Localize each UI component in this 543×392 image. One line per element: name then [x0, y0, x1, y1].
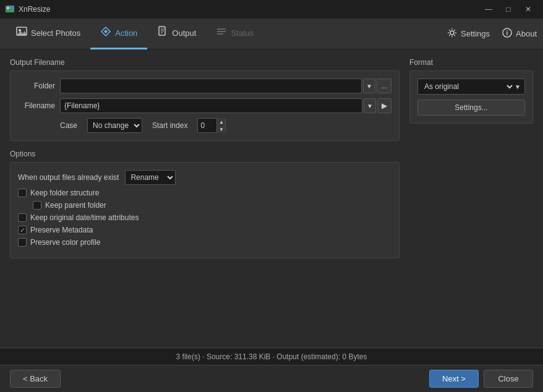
right-panel: Format As original JPEG PNG BMP TIFF WEB… — [409, 58, 533, 339]
about-nav-item[interactable]: i About — [502, 28, 537, 40]
preserve-metadata-checkbox[interactable] — [18, 226, 27, 234]
preserve-metadata-row: Preserve Metadata — [18, 226, 391, 234]
titlebar: XnResize — □ ✕ — [0, 0, 543, 19]
main-content: Output Filename Folder ▼ ... Filename — [0, 49, 543, 347]
select-photos-icon — [16, 26, 27, 40]
svg-point-13 — [450, 31, 454, 35]
keep-parent-folder-label: Keep parent folder — [45, 201, 106, 210]
output-filename-section: Output Filename Folder ▼ ... Filename — [10, 58, 400, 141]
tab-select-photos[interactable]: Select Photos — [6, 19, 90, 49]
format-section: Format As original JPEG PNG BMP TIFF WEB… — [409, 58, 533, 124]
settings-nav-item[interactable]: Settings — [447, 28, 490, 40]
preserve-metadata-label: Preserve Metadata — [30, 226, 93, 234]
preserve-color-profile-checkbox[interactable] — [18, 238, 27, 247]
settings-nav-label: Settings — [461, 29, 490, 38]
format-title: Format — [409, 58, 533, 67]
filename-label: Filename — [18, 101, 55, 110]
nav-tabs: Select Photos Action Output — [6, 19, 447, 49]
svg-marker-5 — [17, 31, 27, 35]
folder-row: Folder ▼ ... — [18, 79, 391, 93]
footer-right: Next > Close — [429, 370, 533, 388]
left-panel: Output Filename Folder ▼ ... Filename — [10, 58, 400, 339]
settings-icon — [447, 28, 457, 40]
statusbar-text: 3 file(s) · Source: 311.38 KiB · Output … — [176, 352, 367, 361]
folder-input-wrap: ▼ ... — [60, 79, 391, 93]
preserve-color-profile-label: Preserve color profile — [30, 238, 100, 247]
filename-action-btn[interactable]: ▶ — [377, 98, 391, 113]
tab-output-label: Output — [172, 28, 196, 38]
minimize-button[interactable]: — — [479, 0, 498, 19]
keep-parent-folder-row: Keep parent folder — [18, 201, 391, 210]
tab-output[interactable]: Output — [147, 19, 206, 49]
app-icon — [5, 4, 15, 14]
output-icon — [157, 26, 168, 40]
folder-dropdown-btn[interactable]: ▼ — [363, 79, 375, 93]
start-index-spinbox: ▲ ▼ — [197, 118, 226, 133]
about-icon: i — [502, 28, 512, 40]
start-index-input[interactable] — [198, 118, 216, 133]
action-icon — [100, 26, 111, 40]
app-title: XnResize — [19, 5, 479, 14]
keep-folder-structure-label: Keep folder structure — [30, 189, 99, 197]
preserve-color-profile-row: Preserve color profile — [18, 238, 391, 247]
svg-rect-10 — [217, 28, 226, 30]
options-section: Options When output files already exist … — [10, 150, 400, 258]
spinbox-buttons: ▲ ▼ — [216, 118, 225, 133]
when-exists-select[interactable]: Rename Overwrite Skip — [125, 170, 176, 185]
maximize-button[interactable]: □ — [498, 0, 518, 19]
folder-label: Folder — [18, 82, 55, 90]
format-select-wrap: As original JPEG PNG BMP TIFF WEBP ▼ — [417, 79, 525, 95]
window-controls: — □ ✕ — [479, 0, 538, 19]
output-filename-title: Output Filename — [10, 58, 400, 67]
nav-right: Settings i About — [447, 28, 537, 40]
keep-folder-structure-row: Keep folder structure — [18, 189, 391, 197]
close-button[interactable]: Close — [484, 370, 533, 388]
case-select-wrap: No change Uppercase Lowercase — [87, 118, 142, 133]
spinbox-down-btn[interactable]: ▼ — [216, 126, 225, 133]
tab-action[interactable]: Action — [90, 19, 147, 49]
back-button[interactable]: < Back — [10, 370, 61, 388]
format-select[interactable]: As original JPEG PNG BMP TIFF WEBP — [418, 79, 515, 95]
svg-rect-12 — [217, 33, 223, 35]
next-button[interactable]: Next > — [429, 370, 479, 388]
filename-input-wrap: ▼ ▶ — [60, 98, 391, 113]
tab-action-label: Action — [115, 28, 137, 38]
statusbar: 3 file(s) · Source: 311.38 KiB · Output … — [0, 347, 543, 365]
filename-input[interactable] — [60, 98, 362, 113]
footer: < Back Next > Close — [0, 365, 543, 392]
case-select[interactable]: No change Uppercase Lowercase — [88, 118, 142, 133]
case-label: Case — [60, 121, 77, 130]
about-nav-label: About — [516, 29, 537, 38]
when-exists-row: When output files already exist Rename O… — [18, 170, 391, 185]
start-index-label: Start index — [152, 121, 187, 130]
keep-datetime-checkbox[interactable] — [18, 213, 27, 222]
keep-datetime-row: Keep original date/time attributes — [18, 213, 391, 222]
keep-folder-structure-checkbox[interactable] — [18, 189, 27, 197]
tab-select-photos-label: Select Photos — [31, 28, 80, 38]
format-settings-btn[interactable]: Settings... — [417, 100, 525, 116]
case-row: Case No change Uppercase Lowercase Start… — [18, 118, 391, 133]
options-title: Options — [10, 150, 400, 158]
when-exists-label: When output files already exist — [18, 173, 119, 182]
keep-datetime-label: Keep original date/time attributes — [30, 213, 139, 222]
folder-browse-btn[interactable]: ... — [377, 79, 391, 93]
svg-text:i: i — [507, 30, 508, 36]
tab-status[interactable]: Status — [206, 19, 263, 49]
format-dropdown-arrow: ▼ — [515, 83, 524, 90]
close-window-button[interactable]: ✕ — [518, 0, 538, 19]
tab-status-label: Status — [231, 28, 254, 38]
navbar: Select Photos Action Output — [0, 19, 543, 49]
keep-parent-folder-checkbox[interactable] — [33, 201, 41, 210]
filename-dropdown-btn[interactable]: ▼ — [364, 98, 376, 113]
spinbox-up-btn[interactable]: ▲ — [216, 118, 225, 126]
status-icon — [216, 26, 227, 40]
svg-rect-11 — [217, 31, 226, 32]
folder-input[interactable] — [60, 79, 362, 93]
filename-row: Filename ▼ ▶ — [18, 98, 391, 113]
